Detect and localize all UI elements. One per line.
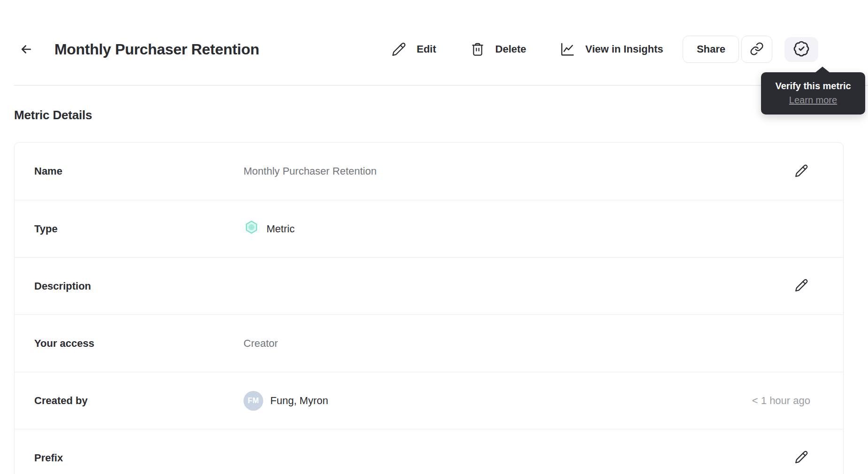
edit-description-button[interactable] <box>792 277 810 295</box>
metric-details-card: Name Monthly Purchaser Retention Type <box>14 142 844 474</box>
pencil-icon <box>794 164 808 179</box>
row-label: Type <box>34 223 244 235</box>
copy-link-button[interactable] <box>741 36 772 63</box>
row-label: Created by <box>34 395 244 407</box>
metric-hexagon-icon <box>244 220 259 238</box>
creator-name: Fung, Myron <box>270 395 328 407</box>
avatar: FM <box>244 391 263 411</box>
verified-badge-icon <box>793 40 810 59</box>
learn-more-link[interactable]: Learn more <box>789 95 837 105</box>
row-value: Creator <box>244 337 810 350</box>
edit-button[interactable]: Edit <box>391 42 436 57</box>
type-value-label: Metric <box>266 223 295 235</box>
row-value: FM Fung, Myron <box>244 391 752 411</box>
verify-tooltip-title: Verify this metric <box>766 79 860 93</box>
section-title: Metric Details <box>14 108 92 122</box>
row-label: Your access <box>34 337 244 350</box>
delete-button[interactable]: Delete <box>470 42 526 57</box>
pencil-icon <box>794 278 808 294</box>
edit-prefix-button[interactable] <box>792 449 810 467</box>
detail-row-your-access: Your access Creator <box>15 314 843 372</box>
share-button[interactable]: Share <box>683 36 739 63</box>
detail-row-name: Name Monthly Purchaser Retention <box>15 143 843 200</box>
chain-link-icon <box>750 42 764 57</box>
detail-row-created-by: Created by FM Fung, Myron < 1 hour ago <box>15 372 843 429</box>
trash-icon <box>470 42 485 57</box>
verify-metric-button[interactable] <box>784 37 818 62</box>
header: Monthly Purchaser Retention Edit Delete … <box>0 0 868 85</box>
row-value: Monthly Purchaser Retention <box>244 165 792 177</box>
detail-row-type: Type Metric <box>15 200 843 257</box>
edit-name-button[interactable] <box>792 162 810 180</box>
page-title: Monthly Purchaser Retention <box>54 39 259 60</box>
verify-tooltip: Verify this metric Learn more <box>761 72 865 115</box>
header-divider <box>14 85 868 86</box>
detail-row-prefix: Prefix <box>15 429 843 474</box>
view-in-insights-button[interactable]: View in Insights <box>559 41 663 57</box>
header-actions: Edit Delete View in Insights Share <box>391 35 818 64</box>
created-timestamp: < 1 hour ago <box>752 395 810 407</box>
edit-button-label: Edit <box>417 43 436 55</box>
row-value: Metric <box>244 220 810 238</box>
pencil-icon <box>794 450 808 466</box>
metric-detail-page: Monthly Purchaser Retention Edit Delete … <box>0 0 868 474</box>
detail-row-description: Description <box>15 257 843 314</box>
row-label: Name <box>34 165 244 177</box>
back-button[interactable] <box>17 40 36 59</box>
line-chart-icon <box>559 41 575 57</box>
row-label: Description <box>34 280 244 292</box>
delete-button-label: Delete <box>495 43 526 55</box>
arrow-left-icon <box>19 42 33 58</box>
view-in-insights-label: View in Insights <box>586 43 663 55</box>
pencil-icon <box>391 42 406 57</box>
row-label: Prefix <box>34 452 244 464</box>
